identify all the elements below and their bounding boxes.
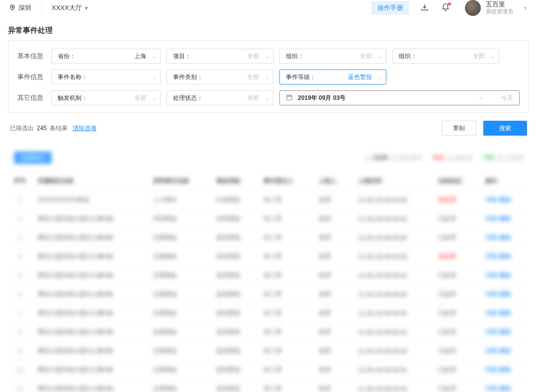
table-row: 2腾讯大厦深海大厦办公楼A栋环保事故绿色警报张三潭老潭21-05-29 09:0… xyxy=(8,210,529,229)
user-name: 五百里 xyxy=(486,0,513,8)
table-row: 3腾讯大厦深海大厦办公楼A栋交通事故蓝色警报张三潭老潭21-05-29 09:0… xyxy=(8,229,529,247)
chevron-down-icon: ⌄ xyxy=(491,54,495,59)
filter-row-other: 其它信息 触发机制： 全部 ⌄ 处理状态： 全部 ⌄ 2019年 09月 03号… xyxy=(17,90,520,105)
select-status[interactable]: 处理状态： 全部 ⌄ xyxy=(167,90,273,105)
events-table: 序号所属项目名称异常事件名称事故等级事件责任人上报人上报时间当前状态操作 1XX… xyxy=(8,172,529,392)
select-event-type[interactable]: 事件类别： 全部 ⌄ xyxy=(167,70,273,84)
table-row: 10腾讯大厦深海大厦办公楼A栋交通事故蓝色警报张三潭老潭21-05-29 09:… xyxy=(8,361,529,380)
divider xyxy=(41,3,42,13)
chevron-down-icon: ⌄ xyxy=(152,95,156,101)
user-menu[interactable]: 五百里 系统管理员 ▼ xyxy=(465,0,528,16)
chevron-down-icon: ⌄ xyxy=(265,75,269,80)
table-header: 所属项目名称 xyxy=(32,172,147,191)
filter-row-event: 事件信息 事件名称： ⌄ 事件类别： 全部 ⌄ 事件等级： 蓝色警报 ⌄ xyxy=(17,70,520,84)
chevron-down-icon: ⌄ xyxy=(265,54,269,59)
page-title: 异常事件处理 xyxy=(8,26,529,35)
search-button[interactable]: 搜索 xyxy=(483,121,527,136)
manual-button[interactable]: 操作手册 xyxy=(371,1,409,15)
caret-down-icon: ▼ xyxy=(523,5,528,11)
results-table-blurred: 批量操作 共 1325 起 异常事件 584 起 未处理 753 起 已处理 序… xyxy=(8,148,529,392)
row-label-other: 其它信息 xyxy=(17,93,45,102)
results-bar: 已筛选出 245 条结果 清除选项 重制 搜索 xyxy=(8,113,529,136)
chevron-down-icon: ⌄ xyxy=(378,54,382,59)
table-row: 9腾讯大厦深海大厦办公楼A栋交通事故蓝色警报张三潭老潭21-05-29 09:0… xyxy=(8,342,529,361)
select-event-level-value: 蓝色警报 xyxy=(348,73,372,81)
select-trigger[interactable]: 触发机制： 全部 ⌄ xyxy=(51,90,161,105)
select-province-value: 上海 xyxy=(134,52,146,61)
table-row: 5腾讯大厦深海大厦办公楼A栋交通事故蓝色警报张三潭老潭21-05-29 09:0… xyxy=(8,266,529,285)
table-row: 8腾讯大厦深海大厦办公楼A栋交通事故蓝色警报张三潭老潭21-05-29 09:0… xyxy=(8,323,529,342)
pin-icon xyxy=(9,4,16,12)
caret-down-icon: ▼ xyxy=(84,5,89,11)
table-row: 11腾讯大厦深海大厦办公楼A栋交通事故蓝色警报张三潭老潭21-05-29 09:… xyxy=(8,380,529,392)
select-org-2[interactable]: 组织： 全部 ⌄ xyxy=(392,49,499,64)
svg-rect-1 xyxy=(287,95,292,99)
table-header: 上报人 xyxy=(313,172,352,191)
topbar: 深圳 XXXX大厅 ▼ 操作手册 五百里 系统管理员 ▼ xyxy=(0,0,537,16)
location-text: 深圳 xyxy=(18,3,31,12)
select-org-1[interactable]: 组织： 全部 ⌄ xyxy=(279,49,386,64)
filter-panel: 基本信息 省份： 上海 ⌄ 项目： 全部 ⌄ 组织： 全部 ⌄ 组织： 全部 ⌄ xyxy=(8,40,529,113)
svg-point-0 xyxy=(12,6,13,7)
arrow-right-icon: → xyxy=(477,94,483,101)
select-project[interactable]: 项目： 全部 ⌄ xyxy=(167,49,273,64)
row-label-event: 事件信息 xyxy=(17,73,45,81)
building-dropdown[interactable]: XXXX大厅 ▼ xyxy=(52,3,89,12)
notification-dot-icon xyxy=(448,2,451,5)
table-header: 事故等级 xyxy=(210,172,258,191)
table-header: 当前状态 xyxy=(432,172,479,191)
table-row: 4腾讯大厦深海大厦办公楼A栋交通事故蓝色警报张三潭老潭21-05-29 09:0… xyxy=(8,247,529,266)
download-icon xyxy=(420,3,429,13)
table-header: 序号 xyxy=(8,172,32,191)
date-range-input[interactable]: 2019年 09月 03号 → 今天 xyxy=(279,90,520,105)
filter-row-basic: 基本信息 省份： 上海 ⌄ 项目： 全部 ⌄ 组织： 全部 ⌄ 组织： 全部 ⌄ xyxy=(17,49,520,64)
building-label: XXXX大厅 xyxy=(52,3,82,12)
page-body: 异常事件处理 基本信息 省份： 上海 ⌄ 项目： 全部 ⌄ 组织： 全部 ⌄ 组… xyxy=(0,16,537,392)
user-role: 系统管理员 xyxy=(486,8,513,15)
table-row: 6腾讯大厦深海大厦办公楼A栋交通事故蓝色警报张三潭老潭21-05-29 09:0… xyxy=(8,285,529,304)
clear-filters-link[interactable]: 清除选项 xyxy=(73,124,96,133)
avatar xyxy=(465,0,481,16)
chevron-down-icon: ⌄ xyxy=(152,75,156,80)
location-indicator[interactable]: 深圳 xyxy=(9,3,31,12)
notifications-button[interactable] xyxy=(440,2,451,13)
chevron-down-icon: ⌄ xyxy=(152,54,156,59)
reset-button[interactable]: 重制 xyxy=(442,121,476,136)
table-row: 1XXXXXXXXXX事故人力事件红色警报张三潭老潭21-05-29 09:00… xyxy=(8,191,529,210)
select-province[interactable]: 省份： 上海 ⌄ xyxy=(51,49,161,64)
table-header: 异常事件名称 xyxy=(147,172,210,191)
download-button[interactable] xyxy=(419,2,430,13)
summary-row: 批量操作 共 1325 起 异常事件 584 起 未处理 753 起 已处理 xyxy=(8,148,529,168)
batch-button: 批量操作 xyxy=(14,152,52,164)
row-label-basic: 基本信息 xyxy=(17,52,45,61)
date-start-value: 2019年 09月 03号 xyxy=(298,94,346,102)
table-header: 事件责任人 xyxy=(258,172,313,191)
table-header: 操作 xyxy=(479,172,529,191)
chevron-down-icon: ⌄ xyxy=(378,75,382,80)
results-suffix: 条结果 xyxy=(50,124,68,133)
results-count: 245 xyxy=(37,125,47,132)
table-header: 上报时间 xyxy=(352,172,432,191)
select-event-level[interactable]: 事件等级： 蓝色警报 ⌄ xyxy=(279,70,386,84)
chevron-down-icon: ⌄ xyxy=(265,95,269,101)
table-row: 7腾讯大厦深海大厦办公楼A栋交通事故蓝色警报张三潭老潭21-05-29 09:0… xyxy=(8,304,529,323)
calendar-icon xyxy=(286,94,293,102)
results-prefix: 已筛选出 xyxy=(10,124,34,133)
date-end-value: 今天 xyxy=(501,94,513,102)
select-event-name[interactable]: 事件名称： ⌄ xyxy=(51,70,161,84)
